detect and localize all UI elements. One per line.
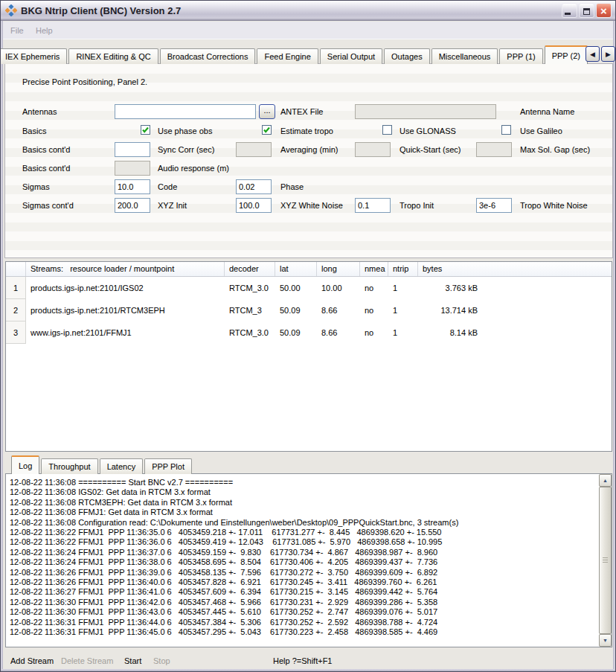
main-tab[interactable]: RINEX Editing & QC — [68, 48, 158, 64]
stop-button[interactable]: Stop — [153, 656, 170, 665]
cell-decoder: RTCM_3.0 — [225, 277, 275, 299]
log-scrollbar[interactable]: ▲ ▼ — [599, 474, 612, 647]
log-line: 12-08-22 11:36:30 FFMJ1 PPP 11:36:43.0 6… — [10, 607, 598, 617]
status-bar: Add Stream Delete Stream Start Stop Help… — [3, 649, 613, 670]
minimize-button[interactable] — [562, 3, 577, 18]
cell-decoder: RTCM_3.0 — [225, 321, 275, 344]
antenna-name-label: Antenna Name — [520, 107, 574, 116]
start-button[interactable]: Start — [124, 656, 141, 665]
check-icon — [141, 126, 150, 134]
header-decoder: decoder — [225, 262, 275, 276]
log-line: 12-08-22 11:36:08 Configuration read: C:… — [10, 518, 598, 528]
scroll-down-button[interactable]: ▼ — [599, 634, 612, 647]
output-tab[interactable]: Log — [11, 455, 39, 474]
log-output: 12-08-22 11:36:08 ========== Start BNC v… — [5, 473, 612, 647]
bnc-application-window: BKG Ntrip Client (BNC) Version 2.7 × Fil… — [0, 0, 616, 672]
antex-browse-button[interactable]: ... — [259, 104, 275, 119]
cell-lat: 50.09 — [275, 321, 317, 344]
scroll-up-button[interactable]: ▲ — [599, 474, 612, 487]
xyz-init-label: XYZ Init — [158, 201, 187, 210]
tropo-white-noise-input[interactable] — [476, 198, 512, 213]
menu-file[interactable]: File — [10, 26, 24, 35]
stream-row[interactable]: 1 products.igs-ip.net:2101/IGS02 RTCM_3.… — [6, 277, 612, 299]
main-tab[interactable]: Miscellaneous — [431, 48, 498, 64]
use-galileo-checkbox[interactable] — [501, 125, 511, 135]
cell-long: 10.00 — [317, 277, 360, 299]
sigma-phase-input[interactable] — [236, 179, 272, 194]
tropo-init-input[interactable] — [355, 198, 391, 213]
main-tab[interactable]: Outages — [384, 48, 430, 64]
output-tab[interactable]: Latency — [100, 458, 144, 474]
close-icon: × — [600, 5, 607, 16]
max-sol-gap-label: Max Sol. Gap (sec) — [520, 145, 590, 154]
log-line: 12-08-22 11:36:22 FFMJ1 PPP 11:36:35.0 6… — [10, 528, 598, 537]
estimate-tropo-checkbox[interactable] — [262, 125, 272, 135]
window-frame — [613, 21, 615, 671]
cell-nmea: no — [360, 299, 388, 321]
delete-stream-button[interactable]: Delete Stream — [61, 656, 113, 665]
xyz-white-noise-input[interactable] — [236, 198, 272, 213]
main-tab[interactable]: Broadcast Corrections — [160, 48, 256, 64]
header-lat: lat — [275, 262, 317, 276]
tab-scroll-right-button[interactable]: ▶ — [601, 46, 615, 62]
streams-header-row: Streams: resource loader / mountpoint de… — [6, 262, 612, 277]
window-frame — [1, 21, 3, 671]
sigmas-contd-label: Sigmas cont'd — [22, 201, 74, 210]
antex-file-input — [355, 104, 496, 119]
main-tab[interactable]: Serial Output — [320, 48, 382, 64]
ppp-panel-2: Precise Point Positioning, Panel 2. Ante… — [4, 63, 613, 258]
header-nmea: nmea — [360, 262, 388, 276]
use-galileo-label: Use Galileo — [520, 127, 562, 135]
menu-help[interactable]: Help — [36, 26, 53, 35]
help-hint: Help ?=Shift+F1 — [273, 656, 333, 665]
main-tab[interactable]: IEX Ephemeris — [0, 48, 67, 64]
max-sol-gap-input — [476, 142, 512, 157]
use-phase-obs-label: Use phase obs — [158, 127, 212, 135]
sync-corr-input[interactable] — [115, 142, 150, 157]
header-long: long — [317, 262, 360, 276]
stream-row[interactable]: 3 www.igs-ip.net:2101/FFMJ1 RTCM_3.0 50.… — [6, 321, 612, 344]
arrow-up-icon: ▲ — [603, 478, 608, 483]
sigma-phase-label: Phase — [280, 182, 304, 191]
output-tab[interactable]: Throughput — [41, 458, 97, 474]
main-tab[interactable]: PPP (1) — [499, 48, 542, 64]
scrollbar-thumb[interactable] — [599, 487, 612, 634]
cell-mountpoint: products.igs-ip.net:2101/IGS02 — [26, 277, 225, 299]
stream-row[interactable]: 2 products.igs-ip.net:2101/RTCM3EPH RTCM… — [6, 299, 612, 321]
log-line: 12-08-22 11:36:26 FFMJ1 PPP 11:36:40.0 6… — [10, 577, 598, 587]
basics-contd-label: Basics cont'd — [22, 145, 70, 154]
cell-filler — [479, 299, 612, 321]
close-button[interactable]: × — [596, 3, 612, 18]
tab-scroll-left-button[interactable]: ◀ — [585, 46, 600, 62]
tropo-init-label: Tropo Init — [400, 201, 434, 210]
minimize-icon — [565, 13, 571, 15]
window-title: BKG Ntrip Client (BNC) Version 2.7 — [21, 5, 181, 16]
cell-bytes: 13.714 kB — [418, 299, 479, 321]
log-line: 12-08-22 11:36:24 FFMJ1 PPP 11:36:38.0 6… — [10, 557, 598, 567]
row-number: 2 — [6, 299, 26, 321]
output-tab[interactable]: PPP Plot — [144, 458, 192, 474]
averaging-label: Averaging (min) — [280, 145, 338, 154]
cell-bytes: 3.763 kB — [418, 277, 479, 299]
title-bar[interactable]: BKG Ntrip Client (BNC) Version 2.7 × — [1, 1, 615, 21]
main-tab[interactable]: PPP (2) — [545, 45, 588, 64]
main-tab[interactable]: Feed Engine — [257, 48, 318, 64]
antennas-input[interactable] — [115, 104, 256, 119]
row-number: 3 — [6, 321, 26, 344]
row-number: 1 — [6, 277, 26, 299]
add-stream-button[interactable]: Add Stream — [10, 656, 54, 665]
use-glonass-label: Use GLONASS — [400, 127, 456, 135]
log-line: 12-08-22 11:36:08 FFMJ1: Get data in RTC… — [10, 508, 598, 517]
maximize-button[interactable] — [579, 3, 594, 18]
cell-decoder: RTCM_3 — [225, 299, 275, 321]
use-phase-obs-checkbox[interactable] — [141, 125, 150, 135]
use-glonass-checkbox[interactable] — [382, 125, 392, 135]
sigma-code-input[interactable] — [115, 179, 150, 194]
cell-nmea: no — [360, 277, 388, 299]
streams-rows: 1 products.igs-ip.net:2101/IGS02 RTCM_3.… — [6, 277, 612, 344]
cell-mountpoint: products.igs-ip.net:2101/RTCM3EPH — [26, 299, 225, 321]
log-line: 12-08-22 11:36:30 FFMJ1 PPP 11:36:42.0 6… — [10, 598, 598, 607]
arrow-right-icon: ▶ — [606, 51, 611, 58]
sync-corr-label: Sync Corr (sec) — [158, 145, 214, 154]
xyz-init-input[interactable] — [115, 198, 150, 213]
